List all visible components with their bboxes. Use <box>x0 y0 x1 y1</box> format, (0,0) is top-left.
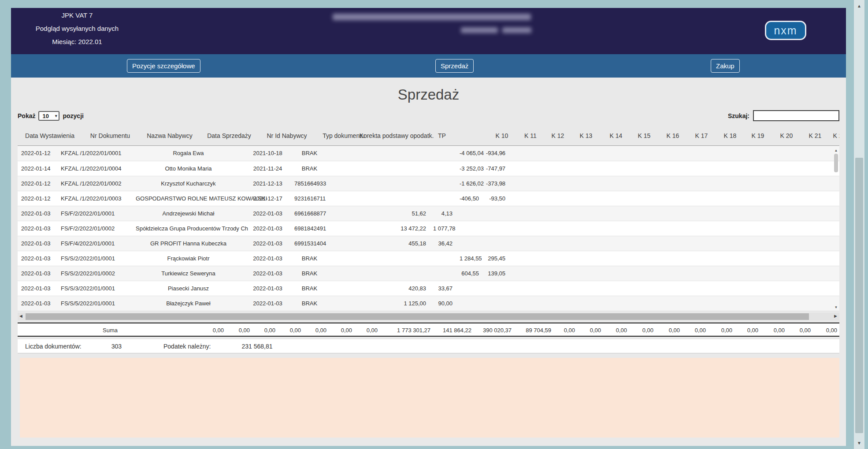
column-header[interactable]: Data Sprzedaży <box>207 132 251 139</box>
column-header[interactable]: K 18 <box>724 132 737 139</box>
column-header[interactable]: K 10 <box>496 132 508 139</box>
column-header[interactable]: K 14 <box>610 132 623 139</box>
table-row[interactable]: 2022-01-03FS/F/4/2022/01/0001GR PROFIT H… <box>18 236 839 251</box>
table-cell <box>663 176 694 191</box>
table-cell <box>456 236 482 251</box>
table-row[interactable]: 2022-01-12KFZAL /1/2022/01/0001Rogala Ew… <box>18 146 839 161</box>
column-header[interactable]: Nr Id Nabywcy <box>267 132 307 139</box>
table-cell <box>786 161 817 176</box>
table-cell <box>509 251 540 266</box>
nav-button-details[interactable]: Pozycje szczegółowe <box>127 59 200 73</box>
table-cell <box>328 266 368 281</box>
table-cell <box>663 221 694 236</box>
table-cell: FS/S/5/2022/01/0001 <box>57 296 132 311</box>
vertical-scroll-thumb[interactable] <box>834 154 838 172</box>
sum-cell: 0,00 <box>695 327 706 334</box>
table-cell <box>601 296 632 311</box>
table-cell: KFZAL /1/2022/01/0003 <box>57 191 132 206</box>
table-cell: FS/F/2/2022/01/0002 <box>57 221 132 236</box>
table-cell <box>786 281 817 296</box>
table-cell <box>540 266 571 281</box>
table-cell: FS/F/4/2022/01/0001 <box>57 236 132 251</box>
table-cell <box>482 206 509 221</box>
table-cell <box>540 251 571 266</box>
table-cell <box>509 296 540 311</box>
column-header[interactable]: K 11 <box>524 132 537 139</box>
table-vertical-scrollbar[interactable]: ▲ ▼ <box>833 147 839 310</box>
column-header[interactable]: Korekta podstawy opodatk. <box>360 132 434 139</box>
sum-cell: 0,00 <box>341 327 352 334</box>
column-header[interactable]: K 13 <box>580 132 593 139</box>
table-row[interactable]: 2022-01-03FS/S/2/2022/01/0001Frąckowiak … <box>18 251 839 266</box>
table-row[interactable]: 2022-01-03FS/S/3/2022/01/0001Piasecki Ja… <box>18 281 839 296</box>
table-cell: 51,62 <box>368 206 430 221</box>
table-row[interactable]: 2022-01-12KFZAL /1/2022/01/0002Krzysztof… <box>18 176 839 191</box>
table-cell <box>725 206 756 221</box>
table-cell: -93,50 <box>482 191 509 206</box>
table-cell <box>540 206 571 221</box>
column-header[interactable]: K 15 <box>638 132 651 139</box>
column-header[interactable]: K 22 <box>833 132 839 139</box>
table-cell: -373,98 <box>482 176 509 191</box>
scroll-right-icon[interactable]: ► <box>833 313 838 319</box>
column-header[interactable]: TP <box>438 132 446 139</box>
table-cell <box>663 281 694 296</box>
table-cell: 2022-01-03 <box>245 221 291 236</box>
table-cell <box>694 191 725 206</box>
page-size-select[interactable]: 10 ▾ <box>38 111 59 121</box>
column-header[interactable]: K 12 <box>552 132 564 139</box>
column-header[interactable]: Nazwa Nabywcy <box>147 132 192 139</box>
table-cell <box>571 281 601 296</box>
table-cell <box>482 281 509 296</box>
scroll-down-icon[interactable]: ▼ <box>833 305 839 309</box>
table-cell: BRAK <box>291 146 328 161</box>
table-cell <box>601 221 632 236</box>
redacted-company-phone <box>502 27 531 33</box>
page-size-prefix-label: Pokaż <box>18 112 35 119</box>
column-header[interactable]: Data Wystawienia <box>25 132 74 139</box>
table-cell <box>786 146 817 161</box>
column-header[interactable]: K 19 <box>752 132 764 139</box>
table-horizontal-scrollbar[interactable]: ◄ ► <box>18 313 839 320</box>
table-cell: 1 125,00 <box>368 296 430 311</box>
table-row[interactable]: 2022-01-03FS/S/2/2022/01/0002Turkiewicz … <box>18 266 839 281</box>
table-cell <box>430 146 456 161</box>
column-header[interactable]: K 21 <box>809 132 822 139</box>
page-scroll-thumb[interactable] <box>855 158 863 433</box>
chevron-down-icon: ▾ <box>55 114 57 118</box>
table-cell <box>694 176 725 191</box>
table-cell: Spółdzielcza Grupa Producentów Trzody Ch <box>132 221 245 236</box>
column-header[interactable]: Nr Dokumentu <box>90 132 130 139</box>
search-input[interactable] <box>753 110 839 121</box>
table-cell <box>509 146 540 161</box>
table-row[interactable]: 2022-01-03FS/F/2/2022/01/0001Andrzejewsk… <box>18 206 839 221</box>
table-cell: Andrzejewski Michał <box>132 206 245 221</box>
table-cell: -406,50 <box>456 191 482 206</box>
table-row[interactable]: 2022-01-03FS/F/2/2022/01/0002Spółdzielcz… <box>18 221 839 236</box>
table-cell <box>756 281 786 296</box>
horizontal-scroll-thumb[interactable] <box>26 313 809 320</box>
nav-button-purchase[interactable]: Zakup <box>711 59 740 73</box>
table-cell <box>694 296 725 311</box>
table-row[interactable]: 2022-01-12KFZAL /1/2022/01/0003GOSPODARS… <box>18 191 839 206</box>
page-scrollbar[interactable]: ▲ ▼ <box>854 0 864 449</box>
table-row[interactable]: 2022-01-03FS/S/5/2022/01/0001Błażejczyk … <box>18 296 839 311</box>
scroll-up-icon[interactable]: ▲ <box>833 148 839 152</box>
sum-cell: 0,00 <box>590 327 601 334</box>
column-header[interactable]: K 20 <box>780 132 793 139</box>
app-subtitle: Podgląd wysyłanych danych <box>20 25 134 32</box>
table-row[interactable]: 2022-01-14KFZAL /1/2022/01/0004Otto Moni… <box>18 161 839 176</box>
page-scroll-up-icon[interactable]: ▲ <box>854 4 864 8</box>
table-cell <box>725 266 756 281</box>
nav-button-sales[interactable]: Sprzedaż <box>435 59 474 73</box>
column-header[interactable]: K 16 <box>667 132 679 139</box>
table-cell <box>756 236 786 251</box>
page-scroll-down-icon[interactable]: ▼ <box>854 441 864 445</box>
table-cell <box>756 296 786 311</box>
documents-count-label: Liczba dokumentów: <box>25 343 82 350</box>
column-header[interactable]: K 17 <box>695 132 708 139</box>
column-header[interactable]: Typ dokumentu <box>323 132 365 139</box>
table-cell <box>632 281 663 296</box>
table-cell <box>571 206 601 221</box>
scroll-left-icon[interactable]: ◄ <box>19 313 23 319</box>
